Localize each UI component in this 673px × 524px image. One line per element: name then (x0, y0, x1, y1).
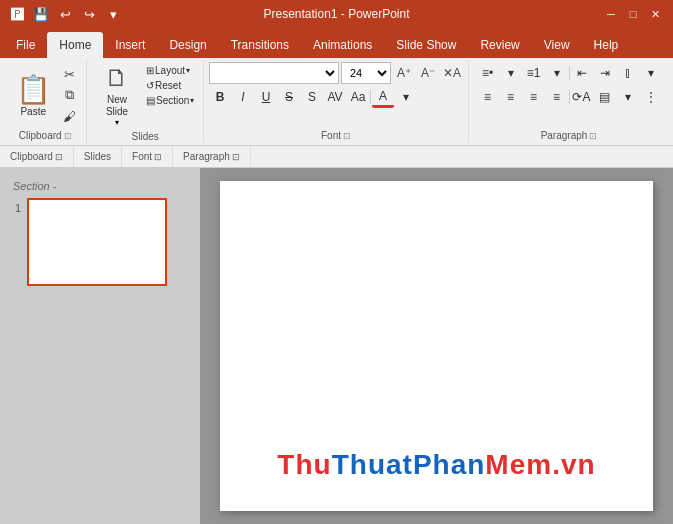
font-color-dropdown[interactable]: ▾ (395, 86, 417, 108)
tab-home[interactable]: Home (47, 32, 103, 58)
bullets-button[interactable]: ≡• (477, 62, 499, 84)
paste-label: Paste (20, 106, 46, 117)
paragraph-bottom-label: Paragraph (183, 151, 230, 162)
clipboard-bottom-icon: ⊡ (55, 152, 63, 162)
columns-dropdown[interactable]: ▾ (640, 62, 662, 84)
decrease-font-button[interactable]: A⁻ (417, 62, 439, 84)
clipboard-expand-icon[interactable]: ⊡ (64, 131, 72, 141)
para-divider2 (569, 90, 570, 104)
cut-button[interactable]: ✂ (59, 64, 81, 84)
reset-label: Reset (155, 80, 181, 91)
tab-review[interactable]: Review (468, 32, 531, 58)
watermark-mem: Mem (485, 449, 552, 480)
ribbon-tabs: File Home Insert Design Transitions Anim… (0, 28, 673, 58)
align-right-button[interactable]: ≡ (523, 86, 545, 108)
font-divider (370, 90, 371, 104)
window-controls: ─ □ ✕ (601, 4, 665, 24)
watermark: ThuThuatPhanMem.vn (277, 449, 595, 481)
format-painter-button[interactable]: 🖌 (59, 106, 81, 126)
align-row: ≡ ≡ ≡ ≡ ⟳A ▤ ▾ ⋮ (477, 86, 662, 108)
numbering-dropdown[interactable]: ▾ (546, 62, 568, 84)
bold-button[interactable]: B (209, 86, 231, 108)
tab-animations[interactable]: Animations (301, 32, 384, 58)
tab-file[interactable]: File (4, 32, 47, 58)
align-text-dropdown[interactable]: ▾ (617, 86, 639, 108)
redo-icon[interactable]: ↪ (80, 5, 98, 23)
clipboard-side: ✂ ⧉ 🖌 (59, 62, 81, 128)
tab-insert[interactable]: Insert (103, 32, 157, 58)
underline-button[interactable]: U (255, 86, 277, 108)
numbering-button[interactable]: ≡1 (523, 62, 545, 84)
new-slide-label: NewSlide (106, 94, 128, 118)
smartart-button[interactable]: ⋮ (640, 86, 662, 108)
strikethrough-button[interactable]: S (278, 86, 300, 108)
font-color-button[interactable]: A (372, 86, 394, 108)
para-divider1 (569, 66, 570, 80)
paragraph-label-item[interactable]: Paragraph ⊡ (173, 146, 251, 167)
align-left-button[interactable]: ≡ (477, 86, 499, 108)
watermark-vn: .vn (552, 449, 595, 480)
slide-area[interactable]: ThuThuatPhanMem.vn (200, 168, 673, 524)
paste-button[interactable]: 📋 Paste (10, 62, 57, 128)
section-dropdown-icon: ▾ (190, 96, 194, 105)
slide-thumbnail[interactable] (27, 198, 167, 286)
watermark-thu: Thu (277, 449, 331, 480)
undo-icon[interactable]: ↩ (56, 5, 74, 23)
align-justify-button[interactable]: ≡ (546, 86, 568, 108)
italic-button[interactable]: I (232, 86, 254, 108)
watermark-phan: Phan (413, 449, 485, 480)
increase-font-button[interactable]: A⁺ (393, 62, 415, 84)
tab-transitions[interactable]: Transitions (219, 32, 301, 58)
layout-button[interactable]: ⊞ Layout ▾ (143, 64, 197, 77)
section-button[interactable]: ▤ Section ▾ (143, 94, 197, 107)
tab-design[interactable]: Design (157, 32, 218, 58)
font-group: Calibri Arial Times New Roman 24 8101214… (204, 60, 469, 143)
close-button[interactable]: ✕ (645, 4, 665, 24)
clipboard-bottom-label: Clipboard (10, 151, 53, 162)
font-expand-icon[interactable]: ⊡ (343, 131, 351, 141)
minimize-button[interactable]: ─ (601, 4, 621, 24)
slides-group-label: Slides (132, 131, 159, 142)
clipboard-label-item[interactable]: Clipboard ⊡ (0, 146, 74, 167)
decrease-indent-button[interactable]: ⇤ (571, 62, 593, 84)
align-center-button[interactable]: ≡ (500, 86, 522, 108)
title-bar: 🅿 💾 ↩ ↪ ▾ Presentation1 - PowerPoint ─ □… (0, 0, 673, 28)
font-label-item[interactable]: Font ⊡ (122, 146, 173, 167)
tab-help[interactable]: Help (582, 32, 631, 58)
tab-view[interactable]: View (532, 32, 582, 58)
title-bar-left: 🅿 💾 ↩ ↪ ▾ (8, 5, 122, 23)
slide-canvas[interactable]: ThuThuatPhanMem.vn (220, 181, 653, 511)
layout-dropdown-icon: ▾ (186, 66, 190, 75)
increase-indent-button[interactable]: ⇥ (594, 62, 616, 84)
list-row: ≡• ▾ ≡1 ▾ ⇤ ⇥ ⫿ ▾ (477, 62, 662, 84)
reset-button[interactable]: ↺ Reset (143, 79, 197, 92)
change-case-button[interactable]: Aa (347, 86, 369, 108)
maximize-button[interactable]: □ (623, 4, 643, 24)
slide-thumb-row: 1 (5, 198, 195, 286)
character-spacing-button[interactable]: AV (324, 86, 346, 108)
ribbon-toolbar: 📋 Paste ✂ ⧉ 🖌 Clipboard ⊡ 🗋 NewSlide ▾ (0, 58, 673, 146)
align-text-button[interactable]: ▤ (594, 86, 616, 108)
slides-label-item[interactable]: Slides (74, 146, 122, 167)
slide-number: 1 (5, 202, 21, 214)
customize-icon[interactable]: ▾ (104, 5, 122, 23)
slides-group: 🗋 NewSlide ▾ ⊞ Layout ▾ ↺ Reset ▤ Sectio… (87, 60, 204, 143)
clipboard-group: 📋 Paste ✂ ⧉ 🖌 Clipboard ⊡ (4, 60, 87, 143)
copy-button[interactable]: ⧉ (59, 85, 81, 105)
columns-button[interactable]: ⫿ (617, 62, 639, 84)
font-size-select[interactable]: 24 8101214 18202836 4872 (341, 62, 391, 84)
clipboard-label: Clipboard (19, 130, 62, 141)
save-icon[interactable]: 💾 (32, 5, 50, 23)
bullets-dropdown[interactable]: ▾ (500, 62, 522, 84)
slides-bottom-label: Slides (84, 151, 111, 162)
new-slide-dropdown[interactable]: ▾ (115, 118, 119, 127)
watermark-thuat: Thuat (332, 449, 413, 480)
clear-formatting-button[interactable]: ✕A (441, 62, 463, 84)
new-slide-button[interactable]: 🗋 NewSlide ▾ (93, 62, 141, 129)
paragraph-expand-icon[interactable]: ⊡ (589, 131, 597, 141)
text-shadow-button[interactable]: S (301, 86, 323, 108)
font-group-label: Font (321, 130, 341, 141)
tab-slideshow[interactable]: Slide Show (384, 32, 468, 58)
font-name-select[interactable]: Calibri Arial Times New Roman (209, 62, 339, 84)
text-direction-button[interactable]: ⟳A (571, 86, 593, 108)
